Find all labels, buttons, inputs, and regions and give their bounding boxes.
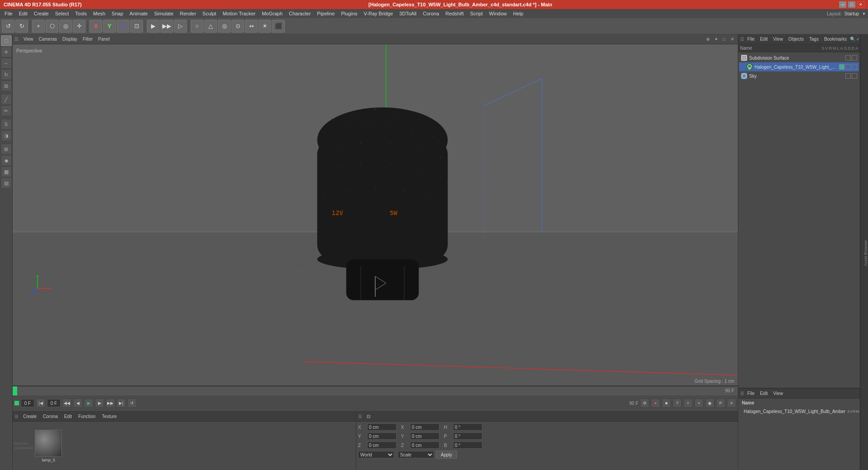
menu-mograph[interactable]: MoGraph <box>259 10 285 17</box>
obj-file[interactable]: File <box>745 36 757 42</box>
menu-snap[interactable]: Snap <box>109 10 126 17</box>
camera-button[interactable]: ◎ <box>59 20 72 33</box>
menu-pipeline[interactable]: Pipeline <box>314 10 337 17</box>
menu-animate[interactable]: Animate <box>127 10 151 17</box>
menu-motiontracker[interactable]: Motion Tracker <box>220 10 258 17</box>
transform-button[interactable]: ⊡ <box>130 20 143 33</box>
tool-extra[interactable]: ▤ <box>1 178 12 188</box>
timeline-loop[interactable]: ↺ <box>127 399 137 408</box>
attr-p-val[interactable] <box>453 432 482 440</box>
deform-btn[interactable]: ↭ <box>245 20 258 33</box>
obj-vis-sky[interactable] <box>845 73 851 79</box>
undo-button[interactable]: ↺ <box>2 20 14 33</box>
timeline-settings[interactable]: ⚙ <box>640 399 649 408</box>
obj-bookmarks[interactable]: Bookmarks <box>822 36 849 42</box>
timeline-step-fwd[interactable]: ▶ <box>95 399 104 408</box>
menu-simulate[interactable]: Simulate <box>151 10 176 17</box>
coord-mode-select[interactable]: World Object <box>358 451 394 458</box>
obj-row-halogen[interactable]: Halogen_Capeless_T10_W5W_Light_Bulb_Ambe… <box>739 62 859 71</box>
obj-swatch-halogen[interactable] <box>839 64 844 70</box>
menu-window[interactable]: Window <box>486 10 509 17</box>
texture-btn[interactable]: ⬛ <box>272 20 285 33</box>
timeline-prev-key[interactable]: |◀ <box>36 399 45 408</box>
attr-y2-rot[interactable] <box>410 432 439 440</box>
attr-x-pos[interactable] <box>367 423 396 431</box>
browser-tab[interactable]: Asset Browser <box>863 240 868 266</box>
y-axis-button[interactable]: Y <box>103 20 116 33</box>
close-button[interactable]: ✕ <box>857 1 864 8</box>
tool-pattern[interactable]: ▩ <box>1 166 12 177</box>
tool-paint[interactable]: ◑ <box>1 130 12 141</box>
mat-texture[interactable]: Texture <box>99 414 119 419</box>
obj-render-subdivision[interactable] <box>852 55 857 61</box>
light-btn[interactable]: ☀ <box>259 20 271 33</box>
menu-script[interactable]: Script <box>467 10 486 17</box>
object-button[interactable]: ⬡ <box>46 20 58 33</box>
tool-select[interactable]: ⬡ <box>1 35 12 46</box>
cone-btn[interactable]: △ <box>204 20 217 33</box>
menu-character[interactable]: Character <box>286 10 313 17</box>
attr-h-val[interactable] <box>453 423 482 431</box>
tool-line[interactable]: ╱ <box>1 94 12 105</box>
attr-y-pos[interactable] <box>367 432 396 440</box>
timeline-start-marker[interactable] <box>13 386 17 395</box>
obj-objects[interactable]: Objects <box>786 36 806 42</box>
timeline-current-field[interactable] <box>47 399 61 407</box>
tool-scale[interactable]: ↔ <box>1 58 12 69</box>
menu-render[interactable]: Render <box>177 10 199 17</box>
menu-plugins[interactable]: Plugins <box>338 10 360 17</box>
tool-diamond[interactable]: ◆ <box>1 155 12 166</box>
attr-mgr-file[interactable]: File <box>745 390 757 396</box>
menu-vray[interactable]: V-Ray Bridge <box>361 10 396 17</box>
timeline-start-field[interactable] <box>21 399 34 407</box>
menu-sculpt[interactable]: Sculpt <box>200 10 219 17</box>
mat-create[interactable]: Create <box>20 414 39 419</box>
menu-tools[interactable]: Tools <box>72 10 90 17</box>
filter-menu[interactable]: Filter <box>80 36 95 42</box>
tool-move[interactable]: ✛ <box>1 47 12 57</box>
x-axis-button[interactable]: X <box>90 20 102 33</box>
attr-mode-coord[interactable]: ⊡ <box>364 414 373 419</box>
playback-record[interactable]: ● <box>651 399 660 408</box>
timeline-play-fwd[interactable]: ▶▶ <box>106 399 115 408</box>
panel-menu[interactable]: Panel <box>96 36 112 42</box>
playback-del-key[interactable]: × <box>694 399 703 408</box>
tool-rotate[interactable]: ↻ <box>1 69 12 80</box>
tool-transform[interactable]: ⊞ <box>1 80 12 91</box>
obj-vis-subdivision[interactable] <box>845 55 851 61</box>
render-viewport-button[interactable]: ▶ <box>147 20 160 33</box>
playback-sel-key[interactable]: ◉ <box>705 399 714 408</box>
material-swatch[interactable] <box>35 430 62 457</box>
move-button[interactable]: ✛ <box>73 20 85 33</box>
tool-grid[interactable]: ⊞ <box>1 144 12 155</box>
obj-tags[interactable]: Tags <box>807 36 821 42</box>
coord-scale-select[interactable]: Scale <box>398 451 434 458</box>
obj-render-sky[interactable] <box>852 73 857 79</box>
playback-extra[interactable]: ≡ <box>727 399 736 408</box>
redo-button[interactable]: ↻ <box>15 20 28 33</box>
playback-stop[interactable]: ■ <box>662 399 671 408</box>
timeline-step-back[interactable]: ◀ <box>73 399 82 408</box>
torus-btn[interactable]: ⊙ <box>231 20 244 33</box>
render-button[interactable]: ▶▶ <box>160 20 173 33</box>
attr-x2-rot[interactable] <box>410 423 439 431</box>
vp-icon-1[interactable]: ⊕ <box>704 36 712 43</box>
menu-edit[interactable]: Edit <box>16 10 30 17</box>
tool-s[interactable]: S <box>1 119 12 130</box>
attr-b-val[interactable] <box>453 442 482 449</box>
timeline-play[interactable]: ▶ <box>84 399 93 408</box>
maximize-button[interactable]: □ <box>848 1 855 8</box>
attr-z2-rot[interactable] <box>410 442 439 449</box>
timeline-play-back[interactable]: ◀◀ <box>62 399 71 408</box>
minimize-button[interactable]: ─ <box>839 1 846 8</box>
menu-select[interactable]: Select <box>52 10 72 17</box>
attr-z-pos[interactable] <box>367 442 396 449</box>
cylinder-btn[interactable]: ◎ <box>218 20 231 33</box>
menu-help[interactable]: Help <box>510 10 526 17</box>
menu-3dtoall[interactable]: 3DToAll <box>396 10 419 17</box>
timeline-ruler[interactable]: 0 5 10 15 20 25 30 35 40 45 50 55 <box>13 386 738 395</box>
attr-mgr-edit[interactable]: Edit <box>758 390 770 396</box>
layout-arrow[interactable]: ▼ <box>862 11 866 16</box>
vp-icon-3[interactable]: □ <box>721 36 728 43</box>
menu-file[interactable]: File <box>2 10 15 17</box>
